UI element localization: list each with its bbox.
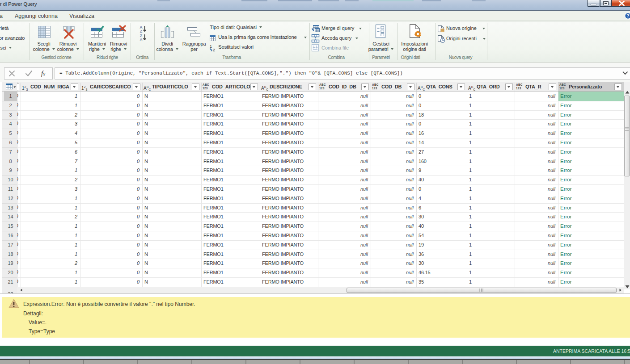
svg-text:A: A <box>140 38 143 42</box>
svg-text:?: ? <box>626 13 629 18</box>
svg-text:2: 2 <box>213 48 215 52</box>
svg-text:1: 1 <box>210 44 212 49</box>
svg-text:Z: Z <box>140 29 143 33</box>
